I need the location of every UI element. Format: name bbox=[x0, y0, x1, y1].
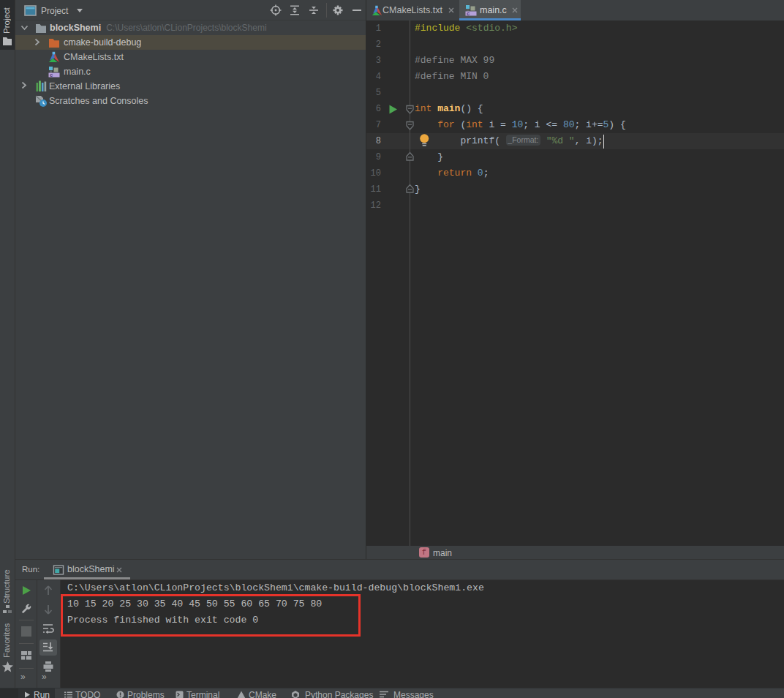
svg-text:c: c bbox=[50, 72, 53, 78]
svg-text:c: c bbox=[467, 11, 470, 16]
